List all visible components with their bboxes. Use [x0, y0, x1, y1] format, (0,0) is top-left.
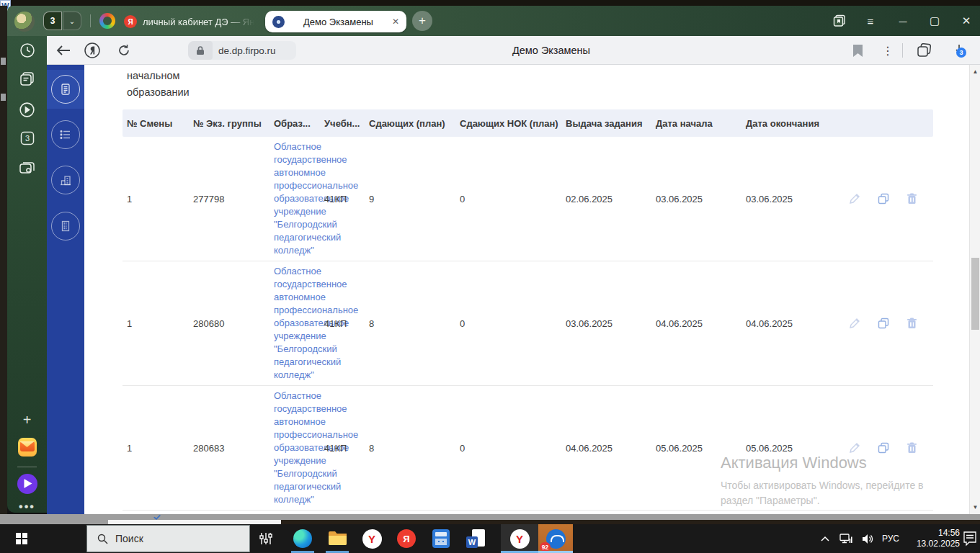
history-icon[interactable]: [7, 42, 47, 59]
video-play-icon[interactable]: [7, 101, 47, 119]
table-row: 1 277798 Областное государственное автон…: [122, 137, 933, 261]
col-group: № Экз. группы: [189, 118, 270, 129]
scroll-down-icon[interactable]: ▼: [970, 502, 980, 513]
cell-org: Областное государственное автономное про…: [270, 140, 320, 257]
active-app-gauge-icon[interactable]: 92: [538, 524, 573, 553]
delete-icon[interactable]: [906, 442, 917, 454]
copy-icon[interactable]: [878, 442, 889, 454]
notes-icon[interactable]: [7, 71, 47, 88]
col-plan: Сдающих (план): [365, 118, 455, 129]
col-start: Дата начала: [651, 118, 741, 129]
tray-date: 13.02.2025: [917, 539, 960, 549]
cell-shift: 1: [122, 194, 189, 204]
screenshot-icon[interactable]: [7, 159, 47, 176]
cell-plan: 8: [365, 443, 455, 454]
tab-close-icon[interactable]: ✕: [392, 17, 399, 27]
edit-icon[interactable]: [849, 193, 860, 204]
edge-icon[interactable]: [285, 524, 320, 553]
refresh-icon[interactable]: [113, 36, 135, 65]
page-scrollbar[interactable]: ▲ ▼: [969, 65, 980, 514]
new-tab-button[interactable]: +: [412, 11, 432, 31]
tray-expand-icon[interactable]: [816, 524, 834, 553]
sidebar-item-documents[interactable]: [47, 70, 84, 109]
tab-demo-exams[interactable]: Демо Экзамены ✕: [265, 11, 406, 32]
list-icon: [51, 120, 80, 149]
tab-personal-cabinet[interactable]: Я личный кабинет ДЭ — Ян: [124, 13, 259, 30]
document-icon: [51, 75, 80, 104]
cell-issue-date: 03.06.2025: [561, 318, 651, 329]
col-org: Образ...: [270, 118, 320, 129]
copy-icon[interactable]: [878, 193, 889, 204]
yandex-browser-running-icon[interactable]: Y: [501, 524, 538, 553]
taskbar-search[interactable]: [86, 525, 250, 552]
cell-end-date: 03.06.2025: [741, 194, 839, 204]
yandex-app-icon[interactable]: Я: [389, 524, 424, 553]
tray-time: 14:56: [938, 528, 960, 539]
delete-icon[interactable]: [906, 193, 917, 204]
cell-group: 280680: [189, 318, 270, 329]
lock-icon[interactable]: [188, 41, 213, 60]
col-end: Дата окончания: [741, 118, 839, 129]
yandex-services-icon[interactable]: [81, 36, 103, 65]
sidebar-item-organization[interactable]: [47, 207, 84, 246]
cell-start-date: 04.06.2025: [651, 318, 741, 329]
yandex-browser-icon[interactable]: Y: [355, 524, 389, 553]
cell-plan: 9: [365, 194, 455, 204]
sidebar-item-list[interactable]: [47, 115, 84, 154]
calculator-icon[interactable]: [424, 524, 458, 553]
desktop-left-edge: [0, 6, 7, 514]
table-row: 1 280680 Областное государственное автон…: [122, 261, 933, 386]
cell-end-date: 05.06.2025: [741, 443, 839, 454]
back-icon[interactable]: [53, 36, 74, 65]
task-view-icon[interactable]: [251, 524, 281, 553]
cell-actions: [839, 318, 933, 329]
tab-list-chevron-button[interactable]: ⌄: [63, 12, 81, 30]
close-button[interactable]: ✕: [957, 13, 976, 29]
side-panel-icon[interactable]: [830, 13, 849, 29]
col-shift: № Смены: [122, 118, 189, 129]
network-icon[interactable]: [836, 524, 856, 553]
edit-icon[interactable]: [849, 442, 860, 454]
maximize-button[interactable]: ▢: [925, 13, 944, 29]
tab-counter-button[interactable]: 3: [43, 12, 62, 30]
sidebar-item-statistics[interactable]: [47, 161, 84, 199]
add-panel-icon[interactable]: +: [7, 412, 47, 428]
cell-end-date: 04.06.2025: [741, 318, 839, 329]
search-icon: [97, 534, 108, 544]
delete-icon[interactable]: [906, 318, 917, 329]
volume-icon[interactable]: [858, 524, 878, 553]
cell-shift: 1: [122, 443, 189, 454]
alice-assistant-icon[interactable]: [7, 474, 47, 494]
col-nok: Сдающих НОК (план): [455, 118, 561, 129]
scroll-up-icon[interactable]: ▲: [970, 66, 980, 77]
watermark-line1: Чтобы активировать Windows, перейдите в: [721, 480, 924, 491]
profile-avatar[interactable]: [14, 12, 35, 32]
edit-icon[interactable]: [849, 318, 860, 329]
titlebar-divider: [90, 14, 91, 27]
collections-icon[interactable]: [912, 36, 937, 65]
language-indicator[interactable]: РУС: [878, 524, 904, 553]
scrollbar-thumb[interactable]: [971, 258, 979, 330]
browser-sidebar: 3 + •••: [7, 36, 47, 513]
file-explorer-icon[interactable]: [320, 524, 355, 553]
yandex-mail-icon[interactable]: [7, 438, 47, 457]
bookmark-icon[interactable]: [847, 36, 868, 65]
start-button[interactable]: [0, 524, 43, 553]
address-bar[interactable]: de.dp.firpo.ru: [188, 41, 296, 60]
sidebar-more-icon[interactable]: •••: [7, 500, 47, 513]
copy-icon[interactable]: [878, 318, 889, 329]
tabs-count-icon[interactable]: 3: [7, 130, 47, 147]
tab-group-icon[interactable]: [99, 13, 115, 29]
more-options-icon[interactable]: ⋮: [879, 36, 896, 65]
word-icon[interactable]: W: [458, 524, 493, 553]
screen: W 3 ⌄ Я личный кабинет ДЭ — Ян Демо Экза…: [0, 0, 980, 553]
search-input[interactable]: [115, 533, 231, 544]
notification-center-icon[interactable]: [963, 531, 977, 547]
yandex-favicon: Я: [124, 15, 137, 28]
cell-actions: [839, 193, 933, 204]
clock[interactable]: 14:56 13.02.2025: [906, 524, 960, 553]
background-check-icon: [153, 515, 161, 520]
menu-icon[interactable]: ≡: [861, 13, 880, 29]
downloads-icon[interactable]: 3: [946, 36, 972, 65]
minimize-button[interactable]: ─: [894, 13, 912, 29]
